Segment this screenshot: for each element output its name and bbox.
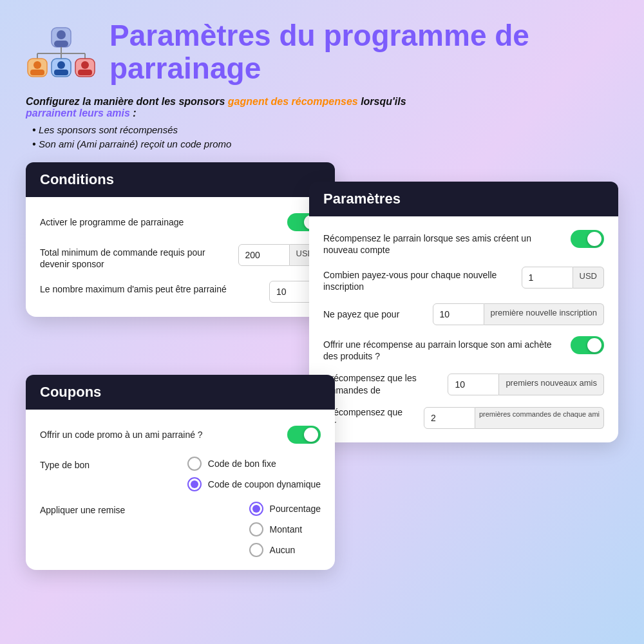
parametres-unit-1: USD: [573, 267, 604, 289]
parametres-title: Paramètres: [323, 191, 401, 207]
svg-point-15: [81, 61, 89, 69]
page-title: Paramètres du programme de parrainage: [109, 19, 618, 84]
parametres-row4-label: Offrir une récompense au parrain lorsque…: [323, 336, 563, 362]
coupons-title: Coupons: [40, 384, 101, 400]
coupons-radio-group-1: Code de bon fixe Code de coupon dynamiqu…: [187, 457, 321, 491]
conditions-card-header: Conditions: [26, 162, 335, 197]
coupons-radio-label-5: Aucun: [270, 545, 296, 555]
parametres-row-4: Offrir une récompense au parrain lorsque…: [323, 336, 604, 362]
parametres-unit-3: premiers nouveaux amis: [499, 374, 604, 395]
parametres-input-group-2: première nouvelle inscription: [433, 303, 604, 325]
coupons-radio-label-4: Montant: [270, 524, 303, 535]
conditions-input-group-1: USD: [238, 244, 321, 266]
parametres-input-group-4: premières commandes de chaque ami: [424, 407, 604, 429]
svg-point-9: [33, 61, 41, 69]
parametres-row3-label: Ne payez que pour: [323, 308, 425, 320]
coupons-radio-circle-2[interactable]: [187, 477, 202, 491]
parametres-card-header: Paramètres: [309, 182, 618, 216]
conditions-title: Conditions: [40, 171, 114, 187]
coupons-row-2: Type de bon Code de bon fixe Code de cou…: [40, 457, 321, 491]
conditions-row1-label: Activer le programme de parrainage: [40, 216, 279, 228]
parametres-row1-label: Récompensez le parrain lorsque ses amis …: [323, 230, 563, 256]
coupons-card-header: Coupons: [26, 375, 335, 410]
header-icon: [26, 26, 97, 78]
coupons-toggle-1[interactable]: [287, 426, 321, 444]
parametres-row-2: Combien payez-vous pour chaque nouvelle …: [323, 267, 604, 292]
parametres-input-3[interactable]: [448, 374, 499, 395]
parametres-toggle-2[interactable]: [571, 336, 604, 354]
conditions-row2-label: Total minimum de commande requis pour de…: [40, 244, 231, 270]
bullet-item-2: Son ami (Ami parrainé) reçoit un code pr…: [32, 138, 618, 150]
coupons-radio-item-3[interactable]: Pourcentage: [249, 502, 321, 516]
conditions-row3-label: Le nombre maximum d'amis peut être parra…: [40, 281, 261, 295]
coupons-radio-label-1: Code de bon fixe: [208, 459, 276, 469]
parametres-row-5: e récompensez que les ommandes de premie…: [323, 372, 604, 395]
coupons-row-3: Appliquer une remise Pourcentage Montant: [40, 502, 321, 557]
page-header: Paramètres du programme de parrainage: [26, 19, 618, 84]
bullet-item-1: Les sponsors sont récompensés: [32, 124, 618, 136]
parametres-card: Paramètres Récompensez le parrain lorsqu…: [309, 182, 618, 442]
coupons-radio-circle-5[interactable]: [249, 543, 263, 557]
parametres-input-2[interactable]: [433, 303, 484, 325]
parametres-input-group-3: premiers nouveaux amis: [448, 374, 604, 395]
conditions-row-3: Le nombre maximum d'amis peut être parra…: [40, 281, 321, 304]
svg-rect-10: [30, 70, 44, 75]
parametres-input-group-1: USD: [522, 267, 604, 289]
parametres-row6-label: e récompensez que our: [323, 406, 416, 430]
coupons-row1-label: Offrir un code promo à un ami parrainé ?: [40, 429, 279, 440]
parametres-input-4[interactable]: [424, 407, 475, 429]
coupons-radio-label-2: Code de coupon dynamique: [208, 479, 321, 489]
svg-point-12: [57, 61, 65, 69]
bullet-list: Les sponsors sont récompensés Son ami (A…: [26, 124, 618, 150]
conditions-row-1: Activer le programme de parrainage: [40, 211, 321, 234]
coupons-radio-circle-4[interactable]: [249, 522, 263, 536]
coupons-radio-item-2[interactable]: Code de coupon dynamique: [187, 477, 321, 491]
coupons-radio-circle-3[interactable]: [249, 502, 263, 516]
coupons-row3-label: Appliquer une remise: [40, 502, 242, 516]
conditions-row-2: Total minimum de commande requis pour de…: [40, 244, 321, 270]
coupons-card: Coupons Offrir un code promo à un ami pa…: [26, 375, 335, 570]
coupons-radio-item-1[interactable]: Code de bon fixe: [187, 457, 321, 471]
coupons-radio-item-5[interactable]: Aucun: [249, 543, 321, 557]
coupons-radio-group-2: Pourcentage Montant Aucun: [249, 502, 321, 557]
coupons-row-1: Offrir un code promo à un ami parrainé ?: [40, 423, 321, 446]
cards-area: Conditions Activer le programme de parra…: [26, 163, 618, 562]
coupons-radio-circle-1[interactable]: [187, 457, 202, 471]
description-block: Configurez la manière dont les sponsors …: [26, 96, 618, 119]
conditions-input-1[interactable]: [238, 244, 290, 266]
parametres-row5-label: e récompensez que les ommandes de: [323, 372, 440, 395]
parametres-input-1[interactable]: [522, 267, 573, 289]
parametres-row-1: Récompensez le parrain lorsque ses amis …: [323, 230, 604, 256]
parametres-row-3: Ne payez que pour première nouvelle insc…: [323, 303, 604, 326]
svg-rect-2: [54, 41, 68, 47]
conditions-card: Conditions Activer le programme de parra…: [26, 163, 335, 316]
svg-point-1: [57, 30, 66, 39]
parametres-toggle-1[interactable]: [571, 230, 604, 248]
parametres-unit-4: premières commandes de chaque ami: [475, 407, 604, 429]
parametres-unit-2: première nouvelle inscription: [484, 303, 604, 325]
coupons-radio-label-3: Pourcentage: [270, 504, 321, 514]
coupons-row2-label: Type de bon: [40, 457, 180, 471]
coupons-radio-item-4[interactable]: Montant: [249, 522, 321, 536]
parametres-row-6: e récompensez que our premières commande…: [323, 406, 604, 430]
parametres-row2-label: Combien payez-vous pour chaque nouvelle …: [323, 267, 514, 292]
svg-rect-16: [78, 70, 92, 75]
svg-rect-13: [54, 70, 68, 75]
